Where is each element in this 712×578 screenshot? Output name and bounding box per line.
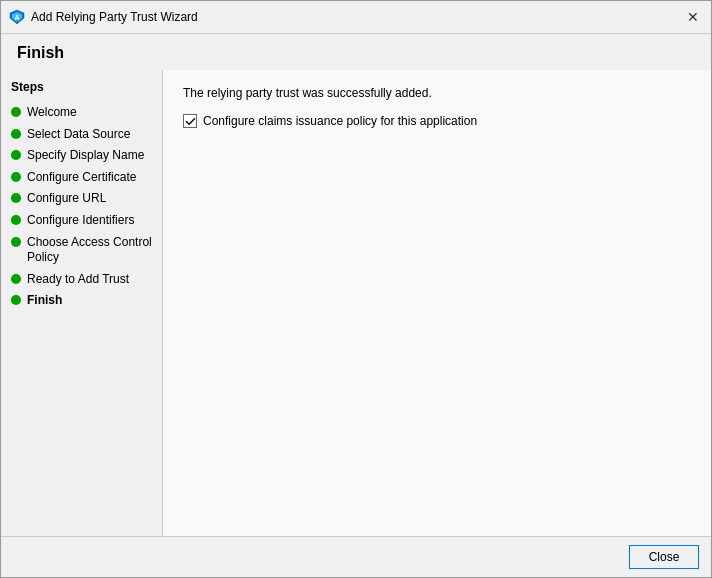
sidebar-item-configure-identifiers: Configure Identifiers	[1, 210, 162, 232]
step-label-welcome: Welcome	[27, 105, 77, 121]
sidebar-item-configure-url: Configure URL	[1, 188, 162, 210]
step-dot-select-data-source	[11, 129, 21, 139]
wizard-icon: A	[9, 9, 25, 25]
steps-panel: Steps Welcome Select Data Source Specify…	[1, 70, 163, 536]
claims-policy-checkbox-row[interactable]: Configure claims issuance policy for thi…	[183, 114, 691, 128]
main-panel: The relying party trust was successfully…	[163, 70, 711, 536]
step-dot-specify-display-name	[11, 150, 21, 160]
sidebar-item-ready-to-add-trust: Ready to Add Trust	[1, 269, 162, 291]
step-label-select-data-source: Select Data Source	[27, 127, 130, 143]
step-dot-finish	[11, 295, 21, 305]
footer: Close	[1, 536, 711, 577]
step-dot-configure-certificate	[11, 172, 21, 182]
page-title: Finish	[1, 34, 711, 70]
sidebar-item-finish: Finish	[1, 290, 162, 312]
sidebar-item-welcome: Welcome	[1, 102, 162, 124]
checkmark-icon	[185, 116, 196, 127]
step-dot-welcome	[11, 107, 21, 117]
step-label-configure-identifiers: Configure Identifiers	[27, 213, 134, 229]
sidebar-item-select-data-source: Select Data Source	[1, 124, 162, 146]
step-label-ready-to-add-trust: Ready to Add Trust	[27, 272, 129, 288]
close-icon[interactable]: ✕	[683, 7, 703, 27]
step-label-configure-certificate: Configure Certificate	[27, 170, 136, 186]
step-dot-configure-identifiers	[11, 215, 21, 225]
dialog-window: A Add Relying Party Trust Wizard ✕ Finis…	[0, 0, 712, 578]
step-label-configure-url: Configure URL	[27, 191, 106, 207]
sidebar-item-specify-display-name: Specify Display Name	[1, 145, 162, 167]
claims-policy-checkbox[interactable]	[183, 114, 197, 128]
success-message: The relying party trust was successfully…	[183, 86, 691, 100]
step-dot-ready-to-add-trust	[11, 274, 21, 284]
step-dot-configure-url	[11, 193, 21, 203]
sidebar-item-configure-certificate: Configure Certificate	[1, 167, 162, 189]
step-label-choose-access-control-policy: Choose Access Control Policy	[27, 235, 152, 266]
sidebar-item-choose-access-control-policy: Choose Access Control Policy	[1, 232, 162, 269]
close-button[interactable]: Close	[629, 545, 699, 569]
claims-policy-checkbox-label: Configure claims issuance policy for thi…	[203, 114, 477, 128]
title-bar: A Add Relying Party Trust Wizard ✕	[1, 1, 711, 34]
steps-label: Steps	[1, 80, 162, 102]
step-label-specify-display-name: Specify Display Name	[27, 148, 144, 164]
svg-text:A: A	[14, 14, 19, 21]
title-bar-text: Add Relying Party Trust Wizard	[31, 10, 683, 24]
step-label-finish: Finish	[27, 293, 62, 309]
step-dot-choose-access-control-policy	[11, 237, 21, 247]
content-area: Steps Welcome Select Data Source Specify…	[1, 70, 711, 536]
